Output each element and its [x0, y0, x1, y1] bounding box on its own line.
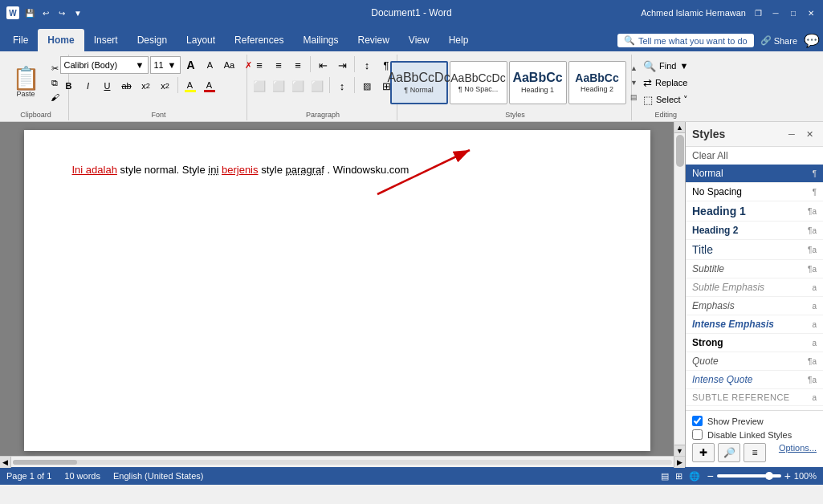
style-list-subtle-emphasis[interactable]: Subtle Emphasis a: [686, 278, 823, 297]
zoom-slider[interactable]: [717, 474, 781, 478]
style-list-emphasis[interactable]: Emphasis a: [686, 297, 823, 315]
manage-styles-button[interactable]: ≡: [744, 443, 766, 462]
tab-review[interactable]: Review: [348, 29, 398, 51]
style-list-title[interactable]: Title ¶a: [686, 240, 823, 260]
font-size-selector[interactable]: 11 ▼: [150, 56, 181, 74]
zoom-out-button[interactable]: −: [707, 469, 713, 482]
web-view-icon[interactable]: 🌐: [689, 471, 700, 482]
redo-button[interactable]: ↪: [56, 7, 67, 18]
scroll-up-button[interactable]: ▲: [674, 122, 686, 133]
styles-panel-minimize-btn[interactable]: ─: [784, 127, 799, 141]
strikethrough-button[interactable]: ab: [118, 77, 136, 95]
word-icon: W: [6, 6, 19, 19]
style-clear-all[interactable]: Clear All: [686, 147, 823, 165]
tab-insert[interactable]: Insert: [84, 29, 128, 51]
undo-button[interactable]: ↩: [40, 7, 51, 18]
new-style-button[interactable]: ✚: [692, 443, 715, 462]
style-list-normal[interactable]: Normal ¶: [686, 165, 823, 183]
bullets-button[interactable]: ≡: [251, 56, 268, 74]
style-no-spacing[interactable]: AaBbCcDc ¶ No Spac...: [450, 61, 507, 104]
styles-panel-header: Styles ─ ✕: [686, 122, 823, 147]
style-inspector-button[interactable]: 🔎: [718, 443, 740, 462]
increase-indent-button[interactable]: ⇥: [333, 56, 351, 74]
share-button[interactable]: 🔗 Share: [760, 35, 797, 46]
save-button[interactable]: 💾: [24, 7, 35, 18]
scroll-thumb[interactable]: [676, 135, 684, 167]
scroll-down-button[interactable]: ▼: [674, 445, 686, 456]
justify-button[interactable]: ⬜: [308, 77, 326, 95]
tab-mailings[interactable]: Mailings: [293, 29, 348, 51]
customize-btn[interactable]: ▼: [72, 7, 84, 18]
minimize-btn[interactable]: ─: [770, 7, 781, 18]
style-list-subtitle[interactable]: Subtitle ¶a: [686, 260, 823, 278]
tab-layout[interactable]: Layout: [177, 29, 225, 51]
style-list-subtle-reference[interactable]: Subtle Reference a: [686, 389, 823, 406]
layout-view-icon[interactable]: ▤: [661, 471, 669, 482]
multilevel-button[interactable]: ≡: [289, 56, 307, 74]
bold-button[interactable]: B: [60, 77, 78, 95]
align-left-button[interactable]: ⬜: [251, 77, 268, 95]
maximize-btn[interactable]: □: [788, 7, 799, 18]
ribbon-tabs: File Home Insert Design Layout Reference…: [0, 26, 823, 51]
tab-view[interactable]: View: [399, 29, 439, 51]
tab-help[interactable]: Help: [439, 29, 479, 51]
print-view-icon[interactable]: ⊞: [675, 471, 682, 482]
style-list-intense-quote[interactable]: Intense Quote ¶a: [686, 371, 823, 389]
document-text[interactable]: Ini adalah style normal. Style ini berje…: [72, 162, 602, 179]
tab-file[interactable]: File: [3, 29, 38, 51]
document-area[interactable]: Ini adalah style normal. Style ini berje…: [0, 122, 674, 456]
show-preview-checkbox[interactable]: Show Preview: [692, 416, 817, 426]
superscript-button[interactable]: x2: [157, 77, 174, 95]
font-color-button[interactable]: A: [201, 77, 218, 95]
show-preview-input[interactable]: [692, 416, 703, 426]
horizontal-scrollbar[interactable]: ◀ ▶: [0, 456, 685, 467]
vertical-scrollbar[interactable]: ▲ ▼: [674, 122, 685, 456]
subscript-button[interactable]: x2: [137, 77, 155, 95]
align-right-button[interactable]: ⬜: [289, 77, 307, 95]
style-list-heading1[interactable]: Heading 1 ¶a: [686, 201, 823, 222]
style-list-intense-emphasis[interactable]: Intense Emphasis a: [686, 315, 823, 334]
numbering-button[interactable]: ≡: [270, 56, 287, 74]
line-spacing-button[interactable]: ↕: [333, 77, 351, 95]
style-list-no-spacing[interactable]: No Spacing ¶: [686, 183, 823, 201]
paste-button[interactable]: 📋 Paste: [8, 61, 43, 104]
zoom-in-button[interactable]: +: [784, 469, 791, 482]
style-list-heading2[interactable]: Heading 2 ¶a: [686, 222, 823, 240]
highlight-color-button[interactable]: A: [181, 77, 199, 95]
style-heading1[interactable]: AaBbCc Heading 1: [509, 61, 567, 104]
sort-button[interactable]: ↕: [358, 56, 376, 74]
styles-footer-buttons: ✚ 🔎 ≡ Options...: [692, 443, 817, 462]
h-scroll-thumb[interactable]: [13, 460, 77, 465]
styles-panel-close-btn[interactable]: ✕: [802, 127, 817, 141]
disable-linked-input[interactable]: [692, 429, 703, 440]
options-link[interactable]: Options...: [779, 443, 817, 462]
shrink-font-button[interactable]: A: [202, 56, 219, 74]
decrease-indent-button[interactable]: ⇤: [314, 56, 332, 74]
comments-button[interactable]: 💬: [804, 33, 820, 48]
font-name-selector[interactable]: Calibri (Body) ▼: [60, 56, 149, 74]
italic-button[interactable]: I: [79, 77, 97, 95]
editing-buttons: 🔍 Find ▼ ⇄ Replace ⬚ Select ˅: [638, 59, 693, 108]
align-center-button[interactable]: ⬜: [270, 77, 287, 95]
style-heading2[interactable]: AaBbCc Heading 2: [568, 61, 626, 104]
replace-icon: ⇄: [643, 77, 652, 89]
close-btn[interactable]: ✕: [805, 7, 817, 18]
shading-button[interactable]: ▨: [358, 77, 376, 95]
style-normal[interactable]: AaBbCcDc ¶ Normal: [390, 61, 448, 104]
tab-design[interactable]: Design: [128, 29, 177, 51]
tab-references[interactable]: References: [225, 29, 293, 51]
replace-button[interactable]: ⇄ Replace: [638, 75, 693, 91]
tell-me-input[interactable]: 🔍 Tell me what you want to do: [617, 34, 754, 47]
scroll-right-button[interactable]: ▶: [674, 457, 685, 468]
find-button[interactable]: 🔍 Find ▼: [638, 59, 693, 74]
grow-font-button[interactable]: A: [182, 56, 200, 74]
tab-home[interactable]: Home: [38, 29, 84, 51]
restore-btn[interactable]: ❐: [752, 7, 764, 18]
select-button[interactable]: ⬚ Select ˅: [638, 92, 693, 108]
style-list-quote[interactable]: Quote ¶a: [686, 352, 823, 371]
underline-button[interactable]: U: [99, 77, 116, 95]
scroll-left-button[interactable]: ◀: [0, 457, 11, 468]
style-list-strong[interactable]: Strong a: [686, 334, 823, 352]
change-case-button[interactable]: Aa: [221, 56, 238, 74]
disable-linked-checkbox[interactable]: Disable Linked Styles: [692, 429, 817, 440]
